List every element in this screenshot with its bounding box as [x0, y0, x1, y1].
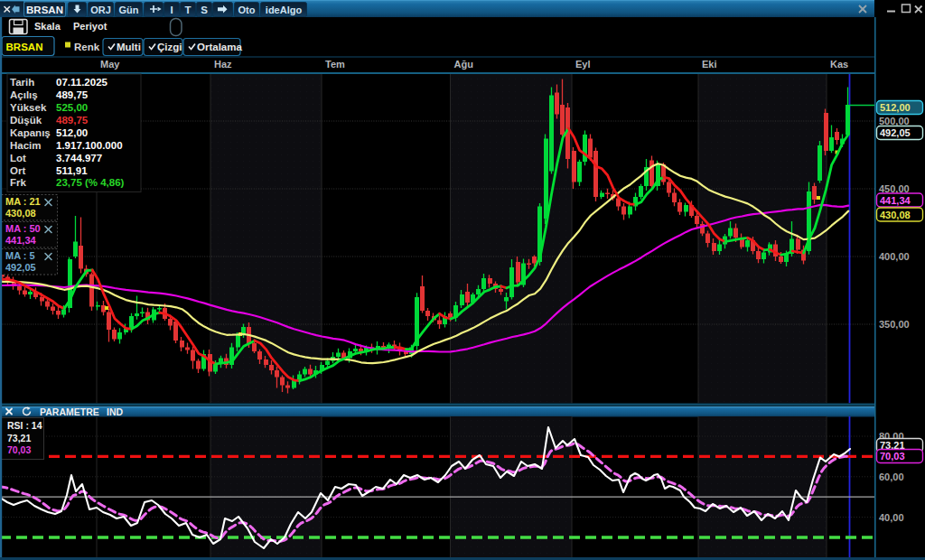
svg-text:400,00: 400,00 [879, 251, 910, 262]
svg-text:492,05: 492,05 [880, 127, 911, 138]
svg-text:70,03: 70,03 [7, 444, 31, 455]
svg-text:Yüksek: Yüksek [10, 102, 47, 113]
svg-text:BRSAN: BRSAN [26, 5, 63, 15]
svg-text:489,75: 489,75 [56, 89, 89, 100]
svg-text:Renk: Renk [74, 42, 100, 52]
svg-text:Düşük: Düşük [10, 115, 42, 126]
svg-text:525,00: 525,00 [56, 102, 88, 113]
svg-text:Eki: Eki [702, 59, 717, 70]
svg-text:Skala: Skala [34, 21, 61, 32]
svg-text:Multi: Multi [117, 42, 141, 52]
svg-text:450,00: 450,00 [879, 183, 910, 194]
svg-text:Ortalama: Ortalama [197, 42, 242, 52]
svg-text:Çizgi: Çizgi [157, 42, 182, 52]
svg-text:BRSAN: BRSAN [6, 42, 43, 52]
svg-text:Tem: Tem [325, 59, 345, 70]
svg-text:PARAMETRE: PARAMETRE [40, 406, 99, 417]
svg-text:430,08: 430,08 [880, 210, 911, 220]
svg-text:511,91: 511,91 [56, 165, 88, 176]
svg-text:MA : 5: MA : 5 [5, 250, 35, 261]
svg-text:Ağu: Ağu [454, 59, 473, 70]
svg-text:IND: IND [107, 406, 124, 417]
svg-text:Kapanış: Kapanış [10, 127, 51, 138]
svg-text:Haz: Haz [214, 59, 232, 70]
svg-text:Lot: Lot [10, 153, 26, 163]
svg-text:23,75 (% 4,86): 23,75 (% 4,86) [56, 177, 125, 188]
svg-text:Gün: Gün [119, 5, 139, 15]
svg-text:489,75: 489,75 [56, 115, 89, 126]
svg-text:07.11.2025: 07.11.2025 [56, 77, 108, 88]
svg-text:70,03: 70,03 [880, 451, 905, 462]
svg-text:Periyot: Periyot [73, 21, 107, 32]
svg-text:I: I [170, 5, 173, 15]
svg-text:Oto: Oto [238, 5, 256, 15]
svg-text:May: May [100, 59, 120, 70]
svg-text:512,00: 512,00 [880, 102, 911, 113]
svg-text:60,00: 60,00 [879, 471, 904, 482]
svg-text:350,00: 350,00 [879, 319, 910, 330]
svg-text:RSI : 14: RSI : 14 [7, 420, 42, 431]
svg-text:492,05: 492,05 [5, 262, 36, 273]
svg-text:T: T [184, 5, 191, 15]
svg-text:3.744.977: 3.744.977 [56, 153, 102, 163]
svg-text:ideAlgo: ideAlgo [266, 5, 303, 15]
svg-text:512,00: 512,00 [56, 127, 88, 138]
svg-text:441,34: 441,34 [880, 195, 911, 206]
svg-text:Tarih: Tarih [10, 77, 34, 88]
svg-text:Frk: Frk [10, 177, 27, 188]
svg-text:Eyl: Eyl [575, 59, 591, 70]
svg-text:S: S [201, 5, 208, 15]
svg-text:MA : 21: MA : 21 [5, 196, 41, 207]
svg-text:Açılış: Açılış [10, 89, 38, 100]
svg-text:1.917.100.000: 1.917.100.000 [56, 140, 123, 151]
svg-text:500,00: 500,00 [879, 116, 910, 126]
svg-text:Kas: Kas [830, 59, 848, 70]
svg-text:MA : 50: MA : 50 [5, 223, 41, 234]
svg-text:40,00: 40,00 [879, 512, 904, 523]
svg-text:73,21: 73,21 [7, 433, 31, 443]
svg-text:Hacim: Hacim [10, 140, 42, 151]
svg-text:ORJ: ORJ [90, 5, 111, 15]
svg-text:430,08: 430,08 [5, 208, 36, 219]
svg-text:441,34: 441,34 [5, 235, 37, 246]
svg-text:Ort: Ort [10, 165, 25, 176]
